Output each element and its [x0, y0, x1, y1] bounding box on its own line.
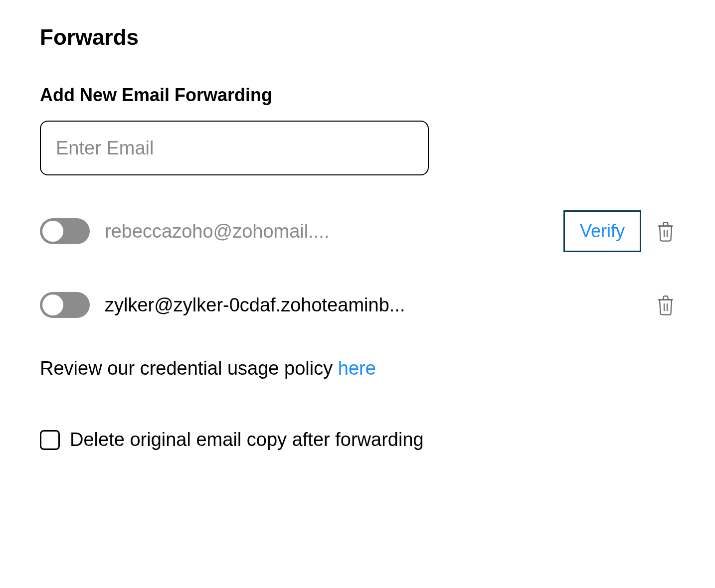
verify-button[interactable]: Verify [563, 210, 641, 252]
trash-icon [656, 294, 675, 315]
email-input[interactable] [40, 121, 429, 175]
toggle-knob [42, 221, 63, 242]
toggle-knob [42, 294, 63, 315]
policy-text: Review our credential usage policy here [40, 358, 675, 379]
delete-forward-0[interactable] [656, 221, 675, 242]
delete-original-checkbox[interactable] [40, 430, 60, 450]
delete-original-label: Delete original email copy after forward… [70, 429, 424, 450]
policy-link[interactable]: here [338, 358, 376, 379]
forward-email-0: rebeccazoho@zohomail.... [105, 221, 548, 242]
delete-forward-1[interactable] [656, 294, 675, 315]
forward-row: rebeccazoho@zohomail.... Verify [40, 210, 675, 252]
page-title: Forwards [40, 25, 675, 50]
trash-icon [656, 221, 675, 242]
forward-row: zylker@zylker-0cdaf.zohoteaminb... [40, 292, 675, 318]
forward-toggle-0[interactable] [40, 218, 90, 244]
forward-toggle-1[interactable] [40, 292, 90, 318]
add-forwarding-title: Add New Email Forwarding [40, 85, 675, 106]
forward-email-1: zylker@zylker-0cdaf.zohoteaminb... [105, 294, 641, 316]
policy-prefix: Review our credential usage policy [40, 358, 338, 379]
delete-original-row: Delete original email copy after forward… [40, 429, 675, 450]
